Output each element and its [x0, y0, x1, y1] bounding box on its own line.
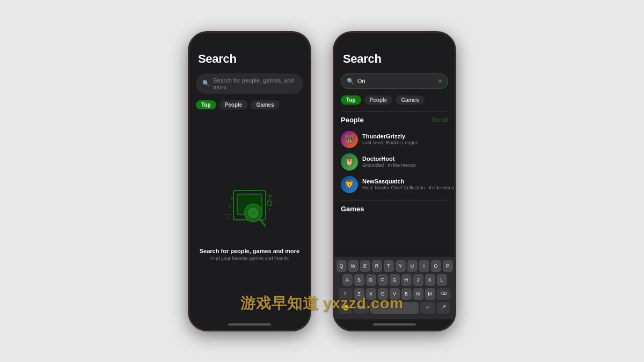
illustration-title: Search for people, games and more — [200, 248, 299, 254]
person-info-newsasquatch: NewSasquatch Halo: Master Chief Collecti… — [362, 178, 455, 190]
tab-top-left[interactable]: Top — [196, 100, 216, 109]
key-s[interactable]: S — [354, 274, 364, 286]
person-item-1[interactable]: 🐻 ThunderGrizzly Last seen: Rocket Leagu… — [341, 128, 448, 151]
key-y[interactable]: Y — [396, 260, 406, 272]
keyboard-row-1: Q W E R T Y U I O P — [335, 260, 453, 272]
watermark: 游戏早知道 yxzzd.com — [240, 293, 404, 314]
key-f[interactable]: F — [378, 274, 388, 286]
key-q[interactable]: Q — [336, 260, 347, 272]
left-filter-tabs: Top People Games — [189, 98, 310, 114]
clear-search-button[interactable]: ✕ — [438, 78, 442, 84]
people-header: People See all — [341, 116, 448, 124]
scene: Search 🔍 Search for people, games, and m… — [188, 31, 456, 331]
key-p[interactable]: P — [443, 260, 453, 272]
search-icon-left: 🔍 — [202, 80, 210, 87]
tab-people-left[interactable]: People — [219, 100, 248, 109]
svg-point-9 — [268, 208, 270, 210]
key-w[interactable]: W — [348, 260, 358, 272]
key-o[interactable]: O — [431, 260, 441, 272]
key-backspace[interactable]: ⌫ — [437, 288, 451, 300]
tab-games-right[interactable]: Games — [396, 95, 424, 105]
left-search-bar[interactable]: 🔍 Search for people, games, and more — [196, 73, 303, 94]
person-status-newsasquatch: Halo: Master Chief Collection · In the m… — [362, 185, 455, 190]
illustration-area: ? Search for people, games and — [189, 114, 310, 319]
key-h[interactable]: H — [401, 274, 412, 286]
right-screen-content: Search 🔍 Ori ✕ Top People Games People — [334, 46, 455, 330]
key-i[interactable]: I — [419, 260, 429, 272]
key-k[interactable]: K — [425, 274, 435, 286]
svg-rect-10 — [267, 201, 272, 206]
left-screen-content: Search 🔍 Search for people, games, and m… — [189, 46, 310, 330]
right-search-bar[interactable]: 🔍 Ori ✕ — [341, 73, 448, 89]
tab-people-right[interactable]: People — [364, 95, 393, 105]
key-l[interactable]: L — [437, 274, 447, 286]
right-phone: Search 🔍 Ori ✕ Top People Games People — [333, 31, 456, 331]
tab-top-right[interactable]: Top — [341, 95, 361, 105]
key-j[interactable]: J — [413, 274, 423, 286]
status-bar-right — [334, 33, 455, 46]
key-n[interactable]: N — [413, 288, 423, 300]
left-app-title: Search — [198, 52, 301, 66]
search-illustration: ? — [215, 172, 284, 241]
right-filter-tabs: Top People Games — [334, 93, 455, 109]
person-status-thundergrizzly: Last seen: Rocket League — [362, 140, 448, 145]
svg-point-7 — [229, 205, 231, 208]
divider-top — [341, 111, 448, 112]
key-mic[interactable]: 🎤 — [437, 302, 450, 314]
person-info-doctorhoot: DoctorHoot Grounded · In the menus — [362, 156, 448, 168]
people-label: People — [341, 116, 364, 124]
person-name-newsasquatch: NewSasquatch — [362, 178, 455, 184]
left-home-indicator — [189, 319, 310, 330]
svg-point-8 — [231, 197, 233, 199]
illustration-subtitle: Find your favorite games and friends — [210, 256, 289, 261]
avatar-newsasquatch: 🦁 — [341, 176, 358, 193]
left-phone-screen: Search 🔍 Search for people, games, and m… — [189, 33, 310, 330]
search-icon-right: 🔍 — [347, 78, 354, 85]
right-app-header: Search — [334, 46, 455, 69]
left-home-bar — [228, 323, 271, 326]
svg-point-4 — [251, 210, 256, 216]
watermark-text: 游戏早知道 yxzzd.com — [240, 295, 404, 312]
key-g[interactable]: G — [390, 274, 400, 286]
person-item-2[interactable]: 🦉 DoctorHoot Grounded · In the menus — [341, 151, 448, 173]
person-name-thundergrizzly: ThunderGrizzly — [362, 133, 448, 139]
games-section-label: Games — [334, 203, 455, 214]
right-home-bar — [373, 323, 416, 326]
right-phone-screen: Search 🔍 Ori ✕ Top People Games People — [334, 33, 455, 330]
person-name-doctorhoot: DoctorHoot — [362, 156, 448, 162]
key-e[interactable]: E — [360, 260, 370, 272]
key-t[interactable]: T — [384, 260, 394, 272]
key-m[interactable]: M — [425, 288, 435, 300]
key-a[interactable]: A — [342, 274, 353, 286]
left-search-placeholder: Search for people, games, and more — [213, 77, 297, 90]
right-search-input[interactable]: Ori — [357, 78, 365, 84]
left-phone: Search 🔍 Search for people, games, and m… — [188, 31, 311, 331]
see-all-button[interactable]: See all — [431, 117, 448, 123]
right-app-title: Search — [343, 52, 446, 66]
person-status-doctorhoot: Grounded · In the menus — [362, 162, 448, 168]
tab-games-left[interactable]: Games — [251, 100, 279, 109]
key-u[interactable]: U — [407, 260, 418, 272]
left-app-header: Search — [189, 46, 310, 69]
key-enter[interactable]: ⏎ — [420, 302, 435, 314]
right-home-indicator — [334, 319, 455, 330]
divider-middle — [341, 200, 448, 201]
avatar-doctorhoot: 🦉 — [341, 153, 358, 171]
people-section: People See all 🐻 ThunderGrizzly Last see… — [334, 114, 455, 198]
person-info-thundergrizzly: ThunderGrizzly Last seen: Rocket League — [362, 133, 448, 145]
status-bar-left — [189, 33, 310, 46]
person-item-3[interactable]: 🦁 NewSasquatch Halo: Master Chief Collec… — [341, 173, 448, 196]
key-r[interactable]: R — [372, 260, 382, 272]
avatar-thundergrizzly: 🐻 — [341, 131, 358, 148]
keyboard-row-2: A S D F G H J K L — [335, 274, 453, 286]
key-d[interactable]: D — [366, 274, 376, 286]
